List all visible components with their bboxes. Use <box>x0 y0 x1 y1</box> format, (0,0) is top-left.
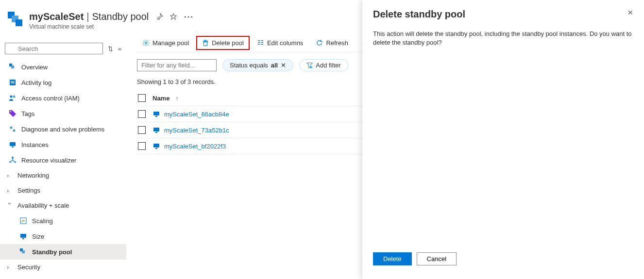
svg-rect-36 <box>155 116 157 117</box>
sidebar-group-label: Availability + scale <box>17 202 69 209</box>
svg-rect-14 <box>12 147 14 148</box>
select-all-checkbox[interactable] <box>138 94 146 102</box>
svg-rect-22 <box>22 250 25 253</box>
trash-icon <box>202 40 209 47</box>
sidebar-item-label: Overview <box>21 64 48 71</box>
resource-name: myScaleSet <box>29 11 84 22</box>
tool-label: Manage pool <box>153 39 189 47</box>
pill-value: all <box>271 62 278 69</box>
refresh-icon <box>316 39 323 47</box>
sidebar-item-standby-pool[interactable]: Standby pool <box>0 244 126 260</box>
resource-type-icon <box>7 11 24 28</box>
vm-icon <box>153 142 160 150</box>
manage-pool-button[interactable]: Manage pool <box>137 36 194 50</box>
sidebar-group-settings[interactable]: ›Settings <box>0 183 126 198</box>
collapse-sidebar-icon[interactable]: « <box>118 45 121 52</box>
instance-link[interactable]: myScaleSet_73a52b1c <box>164 127 229 134</box>
tool-label: Delete pool <box>212 39 244 47</box>
svg-point-10 <box>10 96 13 98</box>
sidebar-item-size[interactable]: Size <box>0 229 126 244</box>
sidebar-item-label: Scaling <box>32 217 53 225</box>
delete-confirm-panel: Delete standby pool ✕ This action will d… <box>362 0 644 279</box>
svg-rect-24 <box>204 42 207 46</box>
add-filter-icon <box>306 62 313 68</box>
add-filter-button[interactable]: Add filter <box>299 59 348 71</box>
sidebar-item-instances[interactable]: Instances <box>0 137 126 152</box>
svg-rect-8 <box>11 81 15 82</box>
gear-icon <box>142 39 150 47</box>
blade-title: Standby pool <box>92 11 149 22</box>
svg-rect-37 <box>153 128 159 131</box>
svg-rect-26 <box>204 40 206 41</box>
svg-rect-35 <box>153 112 159 115</box>
edit-columns-button[interactable]: Edit columns <box>252 36 308 50</box>
delete-button[interactable]: Delete <box>373 252 412 265</box>
sort-toggle-icon[interactable]: ⇅ <box>108 45 113 52</box>
breadcrumb-separator: | <box>86 11 89 22</box>
svg-rect-9 <box>11 82 15 83</box>
svg-point-11 <box>13 96 16 98</box>
sidebar-item-overview[interactable]: Overview <box>0 59 126 75</box>
sidebar-item-label: Instances <box>21 141 49 148</box>
row-checkbox[interactable] <box>138 142 146 150</box>
refresh-button[interactable]: Refresh <box>310 36 354 50</box>
sidebar-item-label: Standby pool <box>32 248 72 256</box>
pill-label: Add filter <box>316 62 340 69</box>
row-checkbox[interactable] <box>138 126 146 134</box>
vm-icon <box>153 126 160 134</box>
close-panel-icon[interactable]: ✕ <box>627 9 633 16</box>
sidebar-group-label: Settings <box>17 187 40 194</box>
svg-rect-2 <box>16 19 22 26</box>
instance-link[interactable]: myScaleSet_66acb84e <box>164 111 229 118</box>
sidebar-item-label: Activity log <box>21 79 51 86</box>
svg-rect-20 <box>22 238 24 239</box>
sidebar-group-label: Networking <box>17 172 49 179</box>
sidebar-group-networking[interactable]: ›Networking <box>0 168 126 183</box>
sidebar-item-label: Tags <box>21 110 34 117</box>
sidebar-item-tags[interactable]: Tags <box>0 106 126 121</box>
clear-filter-icon[interactable]: ✕ <box>281 62 286 69</box>
sidebar-item-access-control[interactable]: Access control (IAM) <box>0 90 126 106</box>
sidebar-group-label: Security <box>17 263 40 271</box>
delete-pool-button[interactable]: Delete pool <box>196 36 250 50</box>
tool-label: Edit columns <box>267 39 303 47</box>
svg-rect-6 <box>11 66 14 68</box>
svg-point-12 <box>10 111 11 112</box>
sidebar-item-resource-visualizer[interactable]: Resource visualizer <box>0 152 126 168</box>
sidebar-item-diagnose[interactable]: Diagnose and solve problems <box>0 121 126 137</box>
sidebar-item-label: Access control (IAM) <box>21 95 80 102</box>
filter-field-input[interactable] <box>137 59 217 71</box>
sidebar-item-label: Size <box>32 233 44 240</box>
svg-rect-19 <box>20 234 26 238</box>
columns-icon <box>257 39 264 47</box>
sidebar-item-activity-log[interactable]: Activity log <box>0 75 126 90</box>
panel-title: Delete standby pool <box>373 9 465 20</box>
svg-rect-13 <box>10 142 16 146</box>
svg-point-23 <box>145 42 147 44</box>
more-icon[interactable]: ⋯ <box>184 11 193 22</box>
sidebar-group-security[interactable]: ›Security <box>0 260 126 275</box>
svg-rect-40 <box>155 148 157 149</box>
sidebar-item-label: Resource visualizer <box>21 157 76 164</box>
panel-body-text: This action will delete the standby pool… <box>373 30 633 247</box>
sidebar-search-input[interactable] <box>5 43 103 54</box>
vm-icon <box>153 110 160 118</box>
instance-link[interactable]: myScaleSet_bf2022f3 <box>164 143 226 150</box>
svg-rect-38 <box>155 132 157 133</box>
svg-point-15 <box>12 157 14 159</box>
sort-asc-icon: ↑ <box>175 95 179 102</box>
cancel-button[interactable]: Cancel <box>417 252 457 265</box>
sidebar-item-scaling[interactable]: Scaling <box>0 213 126 229</box>
row-checkbox[interactable] <box>138 110 146 118</box>
pin-icon[interactable] <box>156 11 163 22</box>
svg-rect-39 <box>153 144 159 148</box>
tool-label: Refresh <box>326 39 348 47</box>
status-filter-pill[interactable]: Status equals all✕ <box>222 59 293 71</box>
favorite-icon[interactable] <box>170 11 177 22</box>
pill-prefix: Status equals <box>230 62 268 69</box>
sidebar-group-availability[interactable]: ›Availability + scale <box>0 198 126 213</box>
sidebar-item-label: Diagnose and solve problems <box>21 126 104 133</box>
